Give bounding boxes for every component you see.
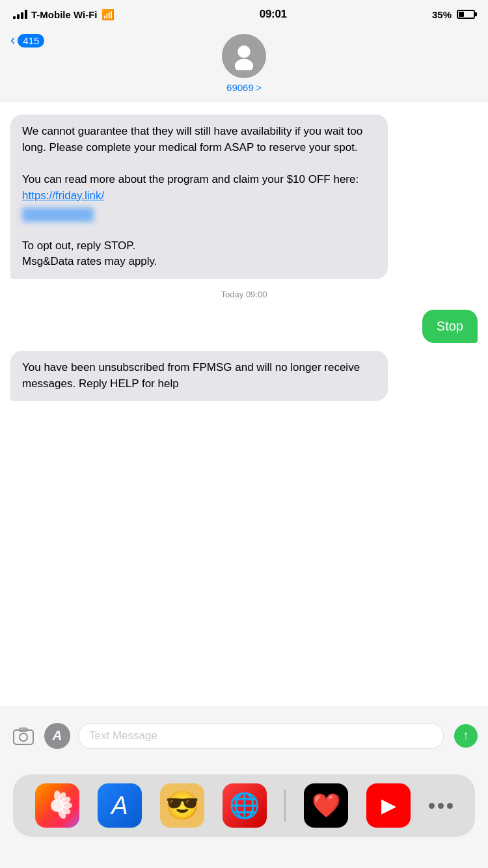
status-left: T-Mobile Wi-Fi 📶 <box>13 8 115 21</box>
back-count[interactable]: 415 <box>18 34 44 47</box>
status-time: 09:01 <box>260 8 287 21</box>
svg-point-3 <box>20 733 27 741</box>
avatar <box>222 34 266 78</box>
dock: A 😎 🌐 ❤️ ▶ <box>0 764 488 868</box>
back-chevron-icon: ‹ <box>10 33 15 47</box>
dock-icon-memoji[interactable]: 😎 <box>160 783 204 828</box>
back-button[interactable]: ‹ 415 <box>10 34 44 47</box>
message-bubble-incoming-1: We cannot guarantee that they will still… <box>10 115 388 279</box>
status-bar: T-Mobile Wi-Fi 📶 09:01 35% <box>0 0 488 29</box>
contact-number: 69069 <box>226 82 254 93</box>
carrier-label: T-Mobile Wi-Fi <box>31 9 98 20</box>
svg-point-1 <box>235 59 253 70</box>
message-input[interactable]: Text Message <box>78 723 444 749</box>
incoming-message-text-2: You have been unsubscribed from FPMSG an… <box>22 361 360 390</box>
timestamp: Today 09:00 <box>10 290 478 299</box>
send-button[interactable]: ↑ <box>454 724 478 748</box>
send-icon: ↑ <box>463 729 469 742</box>
dock-inner: A 😎 🌐 ❤️ ▶ <box>13 774 475 837</box>
camera-button[interactable] <box>10 723 36 749</box>
message-link[interactable]: https://friday.link/ <box>22 189 104 202</box>
contact-name[interactable]: 69069 > <box>226 82 262 93</box>
battery-icon <box>457 10 475 19</box>
contact-chevron-icon: > <box>256 83 262 93</box>
appstore-button[interactable]: A <box>44 723 70 749</box>
dock-icon-heart[interactable]: ❤️ <box>304 783 348 828</box>
dock-icon-photos[interactable] <box>35 783 79 828</box>
message-input-placeholder: Text Message <box>89 729 157 742</box>
message-bubble-incoming-2: You have been unsubscribed from FPMSG an… <box>10 351 388 401</box>
nav-header: ‹ 415 69069 > <box>0 29 488 102</box>
dock-more-button[interactable] <box>429 803 453 809</box>
dock-icon-appstore[interactable]: A <box>98 783 142 828</box>
svg-point-0 <box>237 46 250 58</box>
wifi-icon: 📶 <box>102 8 115 21</box>
message-bubble-outgoing-1: Stop <box>422 310 478 343</box>
person-icon <box>230 42 258 70</box>
svg-rect-2 <box>14 730 33 744</box>
status-right: 35% <box>432 9 475 20</box>
signal-bars-icon <box>13 10 27 19</box>
battery-percent: 35% <box>432 9 452 20</box>
dock-icon-youtube[interactable]: ▶ <box>366 783 411 828</box>
dock-icon-browser[interactable]: 🌐 <box>223 783 267 828</box>
input-area: A Text Message ↑ <box>0 707 488 764</box>
messages-area: We cannot guarantee that they will still… <box>0 102 488 811</box>
dock-separator <box>284 789 286 822</box>
outgoing-message-text: Stop <box>437 319 463 333</box>
